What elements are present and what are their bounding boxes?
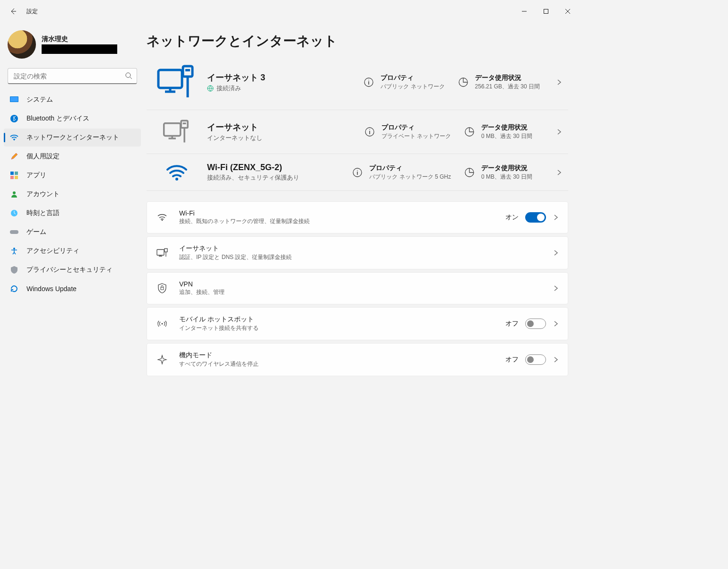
connection-name: イーサネット 3	[207, 72, 362, 83]
shield-icon	[9, 265, 19, 275]
connection-wifi[interactable]: Wi-Fi (ZENX_5G-2) 接続済み、セキュリティ保護あり プロパティパ…	[147, 154, 568, 191]
svg-rect-31	[161, 287, 164, 290]
connection-ethernet3[interactable]: イーサネット 3 接続済み プロパティパブリック ネットワーク データ使用状況2…	[147, 59, 568, 110]
vpn-shield-icon	[157, 283, 167, 293]
nav-label: Windows Update	[26, 285, 77, 293]
accessibility-icon	[9, 246, 19, 256]
info-icon	[352, 167, 363, 178]
properties-link[interactable]: プロパティパブリック ネットワーク	[364, 74, 444, 91]
setting-wifi[interactable]: Wi-Fi接続、既知のネットワークの管理、従量制課金接続 オン	[147, 201, 568, 233]
pc-ethernet-icon	[162, 119, 192, 145]
svg-point-13	[13, 248, 15, 250]
properties-link[interactable]: プロパティプライベート ネットワーク	[364, 123, 451, 140]
back-button[interactable]	[4, 2, 23, 21]
airplane-toggle[interactable]	[525, 354, 546, 365]
minimize-button[interactable]	[513, 4, 535, 19]
wifi-icon	[9, 133, 19, 142]
data-usage-link[interactable]: データ使用状況0 MB、過去 30 日間	[464, 164, 540, 181]
ethernet-icon	[156, 248, 168, 258]
nav-label: アクセシビリティ	[26, 247, 79, 255]
connection-ethernet[interactable]: イーサネット インターネットなし プロパティプライベート ネットワーク データ使…	[147, 110, 568, 154]
svg-rect-30	[165, 249, 167, 252]
nav-network[interactable]: ネットワークとインターネット	[4, 129, 141, 147]
avatar	[8, 30, 36, 59]
nav-system[interactable]: システム	[4, 91, 141, 109]
wifi-icon	[165, 163, 188, 182]
properties-link[interactable]: プロパティパブリック ネットワーク 5 GHz	[352, 164, 451, 181]
nav-label: プライバシーとセキュリティ	[26, 266, 113, 274]
svg-rect-8	[10, 176, 14, 179]
globe-clock-icon	[9, 208, 19, 218]
search-input[interactable]	[8, 68, 137, 84]
chevron-right-icon	[553, 250, 559, 256]
chevron-right-icon	[553, 356, 559, 363]
window-title: 設定	[26, 8, 38, 16]
nav-bluetooth[interactable]: Bluetooth とデバイス	[4, 110, 141, 128]
data-usage-link[interactable]: データ使用状況0 MB、過去 30 日間	[464, 123, 540, 140]
svg-rect-9	[15, 176, 18, 179]
nav-accessibility[interactable]: アクセシビリティ	[4, 242, 141, 260]
profile-name: 清水理史	[42, 35, 117, 43]
nav-label: システム	[26, 95, 53, 104]
hotspot-toggle-label: オフ	[505, 319, 519, 328]
bluetooth-icon	[9, 114, 19, 123]
nav-label: Bluetooth とデバイス	[26, 114, 89, 123]
svg-point-4	[10, 115, 18, 122]
svg-rect-29	[157, 250, 164, 255]
connection-name: イーサネット	[207, 121, 363, 133]
svg-rect-22	[183, 122, 186, 124]
nav-personalization[interactable]: 個人用設定	[4, 147, 141, 165]
main: ネットワークとインターネット イーサネット 3 接続済み プロパティパブリック …	[147, 23, 582, 455]
chevron-right-icon	[556, 129, 563, 135]
info-icon	[364, 127, 375, 137]
svg-rect-16	[185, 69, 190, 71]
svg-point-5	[14, 139, 15, 140]
gamepad-icon	[9, 227, 19, 237]
nav: システム Bluetooth とデバイス ネットワークとインターネット 個人用設…	[4, 91, 141, 298]
svg-rect-7	[15, 172, 18, 175]
setting-vpn[interactable]: VPN追加、接続、管理	[147, 272, 568, 304]
connection-name: Wi-Fi (ZENX_5G-2)	[207, 163, 350, 172]
nav-time[interactable]: 時刻と言語	[4, 204, 141, 222]
nav-label: 時刻と言語	[26, 209, 60, 217]
wifi-toggle[interactable]	[525, 212, 546, 223]
brush-icon	[9, 152, 19, 161]
update-icon	[9, 284, 19, 293]
airplane-toggle-label: オフ	[505, 355, 519, 364]
nav-label: アプリ	[26, 171, 46, 180]
nav-label: ネットワークとインターネット	[26, 133, 119, 142]
wifi-toggle-label: オン	[505, 213, 519, 222]
nav-gaming[interactable]: ゲーム	[4, 223, 141, 241]
nav-label: アカウント	[26, 190, 60, 198]
svg-point-28	[162, 220, 163, 221]
connection-status: インターネットなし	[207, 134, 262, 142]
data-usage-link[interactable]: データ使用状況256.21 GB、過去 30 日間	[458, 74, 540, 91]
maximize-button[interactable]	[535, 4, 557, 19]
sidebar: 清水理史 システム Bluetooth とデバイス ネットワークとインターネット…	[0, 23, 147, 455]
nav-privacy[interactable]: プライバシーとセキュリティ	[4, 261, 141, 279]
svg-point-32	[162, 323, 163, 325]
close-button[interactable]	[557, 4, 579, 19]
nav-apps[interactable]: アプリ	[4, 166, 141, 184]
page-title: ネットワークとインターネット	[147, 32, 568, 50]
setting-airplane[interactable]: 機内モードすべてのワイヤレス通信を停止 オフ	[147, 343, 568, 376]
info-icon	[364, 77, 374, 87]
account-icon	[9, 190, 19, 199]
connection-status: 接続済み、セキュリティ保護あり	[207, 173, 299, 182]
search-icon	[125, 72, 132, 79]
svg-rect-6	[10, 172, 14, 175]
nav-update[interactable]: Windows Update	[4, 280, 141, 298]
setting-ethernet[interactable]: イーサネット認証、IP 設定と DNS 設定、従量制課金接続	[147, 236, 568, 269]
pie-icon	[464, 127, 475, 137]
airplane-icon	[157, 354, 167, 365]
nav-accounts[interactable]: アカウント	[4, 185, 141, 203]
wifi-icon	[157, 213, 167, 222]
pie-icon	[464, 167, 475, 178]
hotspot-toggle[interactable]	[525, 319, 546, 329]
svg-rect-3	[10, 97, 18, 102]
profile-block[interactable]: 清水理史	[4, 26, 141, 66]
apps-icon	[9, 171, 19, 180]
setting-hotspot[interactable]: モバイル ホットスポットインターネット接続を共有する オフ	[147, 307, 568, 340]
chevron-right-icon	[556, 169, 563, 176]
svg-rect-0	[544, 9, 548, 14]
